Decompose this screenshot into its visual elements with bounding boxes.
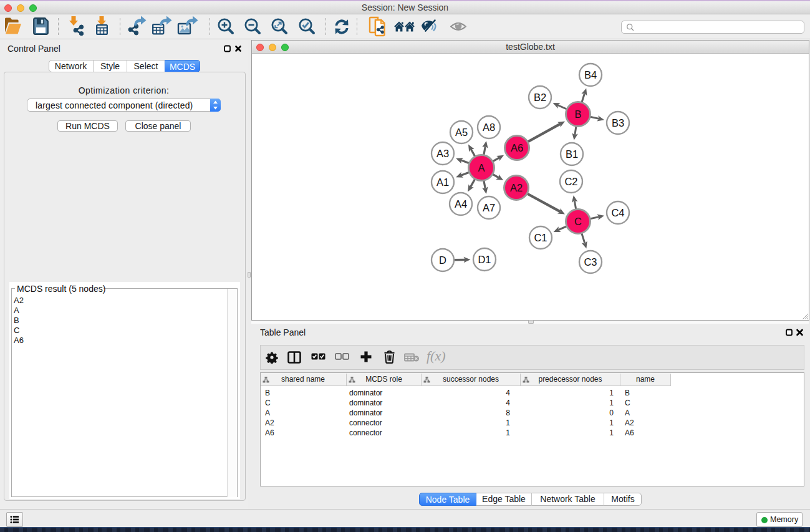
svg-text:B2: B2 [534,92,546,103]
svg-text:A: A [478,162,485,173]
svg-text:A2: A2 [510,182,523,193]
svg-text:C3: C3 [584,256,597,268]
svg-text:D1: D1 [478,254,491,265]
svg-text:A3: A3 [436,148,449,159]
svg-text:A4: A4 [455,198,467,210]
svg-text:D: D [439,254,446,266]
svg-text:A1: A1 [436,177,449,188]
svg-text:A7: A7 [483,202,495,213]
svg-text:C2: C2 [564,176,577,187]
svg-text:A5: A5 [455,127,468,138]
svg-text:A8: A8 [483,122,495,133]
svg-text:C4: C4 [611,207,624,218]
svg-text:B3: B3 [612,117,624,128]
svg-text:B: B [574,109,581,120]
svg-text:C1: C1 [534,232,547,243]
svg-text:C: C [574,216,582,227]
svg-text:A6: A6 [511,142,523,153]
svg-text:B4: B4 [584,69,597,80]
svg-text:B1: B1 [566,148,578,160]
